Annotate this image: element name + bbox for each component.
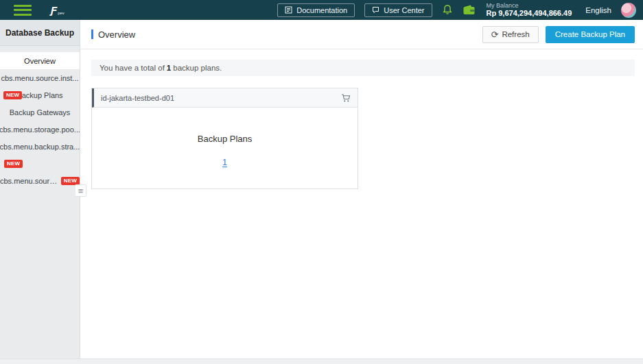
user-center-button[interactable]: User Center: [364, 3, 432, 17]
backup-plans-count: 1: [167, 64, 171, 72]
top-bar: Ƒ pev Documentation User Center My Balan…: [0, 0, 643, 20]
page-title: Overview: [91, 29, 135, 40]
sidebar-item-backup-strategies[interactable]: cbs.menu.backup.stra...: [0, 138, 80, 155]
sidebar-item-source-instances-2[interactable]: cbs.menu.source.inst... NEW: [0, 172, 80, 189]
sidebar-item-source-instances[interactable]: cbs.menu.source.inst...: [0, 69, 80, 86]
header-actions: ⟳ Refresh Create Backup Plan: [482, 26, 635, 43]
documentation-label: Documentation: [296, 6, 347, 14]
chat-bubble-icon: [372, 6, 379, 14]
balance-value: Rp 9,674,294,494,866.49: [487, 9, 572, 17]
new-badge: NEW: [3, 91, 22, 99]
balance-label: My Balance: [487, 3, 572, 10]
create-backup-plan-button[interactable]: Create Backup Plan: [546, 26, 635, 43]
documentation-button[interactable]: Documentation: [277, 3, 355, 17]
language-selector[interactable]: English: [585, 6, 611, 14]
avatar[interactable]: [621, 3, 636, 18]
sidebar: Database Backup Overview cbs.menu.source…: [0, 20, 80, 359]
region-card-body: Backup Plans 1: [92, 108, 358, 189]
sidebar-item-backup-gateways[interactable]: Backup Gateways: [0, 104, 80, 121]
new-badge: NEW: [61, 177, 80, 185]
region-card: id-jakarta-testbed-d01 Backup Plans 1: [91, 88, 358, 189]
topbar-actions: Documentation User Center My Balance Rp …: [277, 3, 636, 18]
sidebar-item-overview[interactable]: Overview: [0, 52, 80, 69]
sidebar-item-backup-plans[interactable]: NEW Backup Plans: [0, 86, 80, 104]
logo-glyph-icon: Ƒ: [51, 5, 57, 15]
document-icon: [285, 6, 292, 14]
hamburger-menu-icon[interactable]: [14, 5, 32, 16]
main-area: Overview ⟳ Refresh Create Backup Plan Yo…: [80, 20, 643, 359]
region-name: id-jakarta-testbed-d01: [101, 94, 174, 102]
cart-icon[interactable]: [341, 93, 351, 103]
page-header: Overview ⟳ Refresh Create Backup Plan: [80, 20, 643, 49]
logo-text: pev: [58, 11, 65, 15]
brand-logo[interactable]: Ƒ pev: [51, 5, 65, 15]
refresh-icon: ⟳: [491, 29, 499, 40]
backup-plans-total-notice: You have a total of 1 backup plans.: [91, 60, 635, 76]
sidebar-item-storage-pools[interactable]: cbs.menu.storage.poo...: [0, 121, 80, 138]
balance-display[interactable]: My Balance Rp 9,674,294,494,866.49: [487, 3, 572, 18]
metric-label: Backup Plans: [198, 134, 253, 144]
sidebar-title: Database Backup: [0, 20, 80, 46]
refresh-label: Refresh: [502, 30, 529, 38]
title-accent-bar: [91, 29, 93, 39]
refresh-button[interactable]: ⟳ Refresh: [482, 26, 539, 43]
wallet-icon[interactable]: [463, 4, 476, 16]
sidebar-item-new-badge-row[interactable]: NEW: [0, 155, 80, 172]
notifications-bell-icon[interactable]: [442, 4, 453, 16]
footer-strip: [0, 359, 643, 364]
new-badge: NEW: [4, 160, 23, 168]
backup-plans-count-link[interactable]: 1: [222, 158, 227, 167]
sidebar-collapse-toggle[interactable]: ≡: [75, 184, 86, 197]
user-center-label: User Center: [384, 6, 424, 14]
region-card-header: id-jakarta-testbed-d01: [92, 88, 358, 108]
sidebar-menu: Overview cbs.menu.source.inst... NEW Bac…: [0, 46, 80, 189]
content-area: You have a total of 1 backup plans. id-j…: [80, 49, 643, 359]
